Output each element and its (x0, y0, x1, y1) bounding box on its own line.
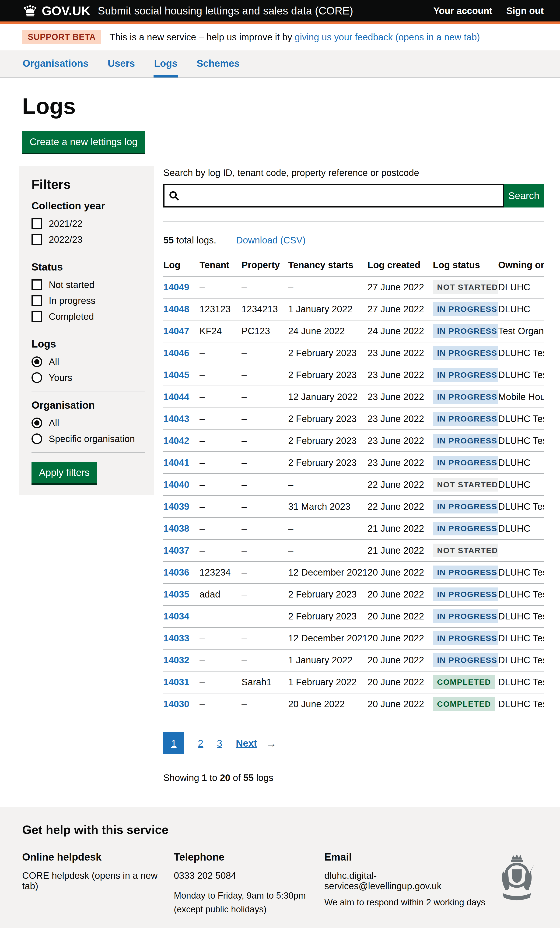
log-link[interactable]: 14034 (163, 611, 189, 621)
tenant-cell: – (200, 518, 241, 540)
log-link[interactable]: 14048 (163, 304, 189, 314)
table-row: 14049–––27 June 2022NOT STARTEDDLUHC (163, 276, 544, 298)
email-link[interactable]: dluhc.digital-services@levellingup.gov.u… (324, 870, 441, 891)
log-cell: 14046 (163, 342, 200, 364)
filter-group-heading: Status (32, 261, 145, 273)
status-badge: IN PROGRESS (433, 566, 498, 579)
status-badge: NOT STARTED (433, 478, 498, 491)
apply-filters-button[interactable]: Apply filters (32, 462, 97, 483)
service-name-link[interactable]: Submit social housing lettings and sales… (98, 5, 353, 17)
log-link[interactable]: 14045 (163, 370, 189, 380)
owning-organisation-cell: DLUHC Tes (498, 496, 544, 518)
tenant-cell: adad (200, 583, 241, 606)
owning-organisation-cell: DLUHC Tes (498, 606, 544, 627)
log-created-cell: 23 June 2022 (368, 430, 433, 452)
filter-option-completed[interactable]: Completed (32, 311, 145, 322)
tenancy-starts-cell: 2 February 2023 (288, 408, 368, 430)
log-link[interactable]: 14031 (163, 677, 189, 687)
log-link[interactable]: 14032 (163, 655, 189, 665)
table-row: 14035adad–2 February 202320 June 2022IN … (163, 583, 544, 606)
showing-mid1: to (209, 772, 217, 783)
log-cell: 14041 (163, 452, 200, 474)
log-link[interactable]: 14047 (163, 326, 189, 336)
checkbox-icon[interactable] (32, 218, 42, 229)
log-created-cell: 23 June 2022 (368, 364, 433, 386)
radio-icon[interactable] (32, 372, 42, 383)
radio-icon[interactable] (32, 433, 42, 444)
status-badge: IN PROGRESS (433, 500, 498, 513)
log-link[interactable]: 14038 (163, 523, 189, 534)
radio-icon[interactable] (32, 418, 42, 428)
log-link[interactable]: 14039 (163, 501, 189, 511)
log-link[interactable]: 14042 (163, 435, 189, 446)
total-logs-count: 55 (163, 235, 174, 245)
property-cell: – (241, 408, 288, 430)
sign-out-link[interactable]: Sign out (506, 6, 544, 16)
nav-item-organisations[interactable]: Organisations (22, 50, 89, 78)
filter-option-2022-23[interactable]: 2022/23 (32, 234, 145, 245)
govuk-logo[interactable]: GOV.UK (22, 3, 90, 18)
table-row: 14033––12 December 202120 June 2022IN PR… (163, 627, 544, 649)
status-badge: IN PROGRESS (433, 346, 498, 360)
your-account-link[interactable]: Your account (433, 6, 492, 16)
primary-nav: OrganisationsUsersLogsSchemes (0, 50, 560, 78)
nav-item-logs[interactable]: Logs (154, 50, 178, 78)
filter-option-all[interactable]: All (32, 356, 145, 367)
log-link[interactable]: 14040 (163, 479, 189, 490)
search-input[interactable] (183, 191, 499, 201)
tenancy-starts-cell: – (288, 540, 368, 562)
filters-panel: Filters Collection year2021/222022/23Sta… (19, 166, 154, 495)
table-row: 14034––2 February 202320 June 2022IN PRO… (163, 606, 544, 627)
filter-option-yours[interactable]: Yours (32, 372, 145, 383)
checkbox-icon[interactable] (32, 234, 42, 245)
tenancy-starts-cell: – (288, 474, 368, 496)
nav-item-users[interactable]: Users (107, 50, 135, 78)
tenant-cell: – (200, 474, 241, 496)
log-link[interactable]: 14036 (163, 567, 189, 577)
log-link[interactable]: 14035 (163, 589, 189, 599)
log-link[interactable]: 14033 (163, 633, 189, 643)
log-link[interactable]: 14043 (163, 414, 189, 424)
checkbox-icon[interactable] (32, 279, 42, 290)
pagination-page-3[interactable]: 3 (217, 738, 222, 749)
tenancy-starts-cell: – (288, 518, 368, 540)
checkbox-icon[interactable] (32, 311, 42, 322)
log-link[interactable]: 14046 (163, 348, 189, 358)
download-csv-link[interactable]: Download (CSV) (236, 235, 306, 246)
pagination-page-2[interactable]: 2 (198, 738, 203, 749)
table-row: 14043––2 February 202323 June 2022IN PRO… (163, 408, 544, 430)
status-badge: NOT STARTED (433, 543, 498, 557)
tenant-cell: – (200, 430, 241, 452)
pagination-next-link[interactable]: Next (236, 738, 257, 749)
checkbox-icon[interactable] (32, 295, 42, 306)
column-header-owning-or: Owning or (498, 254, 544, 276)
log-created-cell: 27 June 2022 (368, 298, 433, 320)
log-link[interactable]: 14030 (163, 699, 189, 709)
nav-item-schemes[interactable]: Schemes (196, 50, 240, 78)
log-link[interactable]: 14049 (163, 282, 189, 292)
core-helpdesk-link[interactable]: CORE helpdesk (opens in a new tab) (22, 870, 157, 891)
filter-option-label: All (49, 418, 59, 428)
log-link[interactable]: 14037 (163, 545, 189, 556)
pagination-page-1[interactable]: 1 (163, 732, 184, 754)
radio-icon[interactable] (32, 356, 42, 367)
owning-organisation-cell (498, 540, 544, 562)
log-link[interactable]: 14041 (163, 458, 189, 468)
table-row: 14045––2 February 202323 June 2022IN PRO… (163, 364, 544, 386)
feedback-link[interactable]: giving us your feedback (opens in a new … (295, 32, 480, 42)
showing-suffix: logs (256, 772, 273, 783)
log-cell: 14038 (163, 518, 200, 540)
filter-option-2021-22[interactable]: 2021/22 (32, 218, 145, 229)
filter-group-heading: Logs (32, 338, 145, 350)
filter-option-in-progress[interactable]: In progress (32, 295, 145, 306)
total-logs-text: 55 total logs. (163, 235, 216, 246)
filter-option-not-started[interactable]: Not started (32, 279, 145, 290)
search-button[interactable]: Search (504, 184, 544, 208)
filter-option-specific-organisation[interactable]: Specific organisation (32, 433, 145, 444)
log-created-cell: 24 June 2022 (368, 320, 433, 342)
log-status-cell: IN PROGRESS (433, 452, 498, 474)
filter-option-all[interactable]: All (32, 418, 145, 428)
create-lettings-log-button[interactable]: Create a new lettings log (22, 131, 145, 153)
log-link[interactable]: 14044 (163, 392, 189, 402)
table-row: 14047KF24PC12324 June 202224 June 2022IN… (163, 320, 544, 342)
